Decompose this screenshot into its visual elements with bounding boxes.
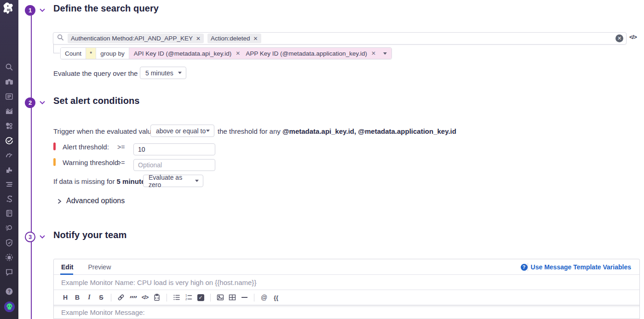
traces-icon[interactable] — [5, 194, 13, 203]
dropdown-value: 5 minutes — [145, 69, 173, 77]
group-by-tag[interactable]: API Key ID (@metadata.api_key.id)✕ — [134, 50, 246, 57]
apm-gauge-icon[interactable] — [5, 151, 13, 160]
monitor-create-page: ? 1 Define the search query Authenticati… — [0, 0, 644, 319]
alert-threshold-input[interactable] — [133, 143, 215, 155]
datadog-logo-icon[interactable] — [2, 1, 17, 16]
image-icon[interactable] — [217, 293, 224, 302]
section-title-define-query: Define the search query — [53, 3, 159, 14]
remove-filter-icon[interactable]: ✕ — [253, 35, 258, 42]
blockquote-icon[interactable]: ”” — [129, 293, 137, 302]
logs-icon[interactable] — [5, 180, 13, 188]
missing-data-dropdown[interactable]: Evaluate as zero — [143, 175, 203, 187]
code-block-icon[interactable] — [153, 293, 161, 302]
dashboards-icon[interactable] — [5, 92, 13, 101]
section-title-notify-team: Notify your team — [53, 230, 126, 240]
help-circle-icon: ? — [521, 264, 528, 271]
filter-label: Action:deleted — [211, 35, 250, 42]
query-filter-tag[interactable]: Authentication Method:API_AND_APP_KEY✕ — [68, 34, 204, 43]
chevron-down-icon[interactable] — [39, 233, 46, 240]
chevron-down-icon — [206, 130, 210, 132]
horizontal-rule-icon[interactable] — [241, 293, 248, 302]
chevron-down-icon — [178, 72, 182, 74]
chevron-down-icon[interactable] — [39, 99, 46, 106]
dropdown-value: Evaluate as zero — [149, 174, 195, 188]
chevron-down-icon[interactable] — [39, 6, 46, 14]
evaluate-window-dropdown[interactable]: 5 minutes — [140, 67, 186, 79]
trigger-condition-suffix: the threshold for any @metadata.api_key.… — [218, 127, 456, 135]
monitors-icon-active[interactable] — [5, 137, 13, 145]
help-icon[interactable]: ? — [5, 287, 13, 296]
threshold-for-any-text: the threshold for any — [218, 127, 281, 135]
group-by-connector — [53, 44, 60, 53]
svg-text:1: 1 — [185, 294, 187, 297]
remove-filter-icon[interactable]: ✕ — [196, 35, 201, 42]
chevron-right-icon[interactable] — [56, 198, 63, 205]
watchdog-insights-icon[interactable] — [5, 224, 13, 232]
checkbox-check: ✓ — [197, 294, 204, 301]
code-editor-toggle-icon[interactable]: </> — [629, 34, 637, 40]
link-icon[interactable] — [117, 293, 125, 302]
security-shield-icon[interactable] — [5, 239, 13, 247]
trigger-condition-prefix: Trigger when the evaluated value is — [53, 127, 162, 135]
clear-query-icon[interactable]: ✕ — [615, 34, 623, 42]
toolbar-divider — [254, 294, 254, 302]
tab-edit[interactable]: Edit — [61, 259, 73, 275]
missing-data-label: If data is missing for 5 minutes — [53, 177, 149, 185]
template-braces-icon[interactable]: {{ — [272, 293, 280, 302]
template-variables-link[interactable]: ? Use Message Template Variables — [521, 259, 631, 275]
search-icon — [57, 34, 64, 43]
search-icon[interactable] — [5, 63, 13, 71]
editor-tab-bar: Edit Preview ? Use Message Template Vari… — [54, 259, 639, 275]
warning-threshold-label: Warning threshold: — [63, 159, 120, 166]
alert-threshold-label: Alert threshold: — [63, 143, 109, 151]
remove-group-tag-icon[interactable]: ✕ — [371, 50, 376, 57]
filter-label: Authentication Method:API_AND_APP_KEY — [71, 35, 193, 42]
group-tag-label: APP Key ID (@metadata.application_key.id… — [246, 50, 367, 57]
chat-bubble-icon[interactable] — [5, 268, 13, 276]
message-placeholder: Example Monitor Message: — [61, 308, 145, 316]
remove-group-tag-icon[interactable]: ✕ — [236, 50, 240, 57]
tab-preview[interactable]: Preview — [88, 259, 111, 275]
monitor-name-input[interactable] — [54, 275, 639, 290]
chevron-down-icon — [195, 180, 199, 182]
integrations-icon[interactable] — [5, 166, 13, 174]
group-by-tag[interactable]: APP Key ID (@metadata.application_key.id… — [246, 50, 381, 57]
heading-icon[interactable]: H — [62, 293, 69, 302]
notebooks-icon[interactable] — [5, 209, 13, 217]
ordered-list-icon[interactable]: 12 — [185, 293, 193, 302]
step-3-badge: 3 — [25, 232, 35, 242]
aggregation-method[interactable]: Count — [61, 48, 86, 59]
dropdown-value: above or equal to — [156, 127, 206, 135]
editor-toolbar: H B I S ”” </> 12 ✓ @ {{ — [54, 290, 639, 305]
template-variables-label: Use Message Template Variables — [531, 263, 631, 271]
task-list-icon[interactable]: ✓ — [197, 293, 205, 302]
warning-threshold-input[interactable] — [133, 159, 215, 171]
user-avatar[interactable] — [4, 302, 15, 312]
search-query-bar[interactable]: Authentication Method:API_AND_APP_KEY✕ A… — [53, 32, 627, 45]
trigger-operator-dropdown[interactable]: above or equal to — [150, 125, 214, 137]
chevron-down-icon[interactable] — [383, 52, 387, 55]
monitor-message-textarea[interactable]: Example Monitor Message: — [54, 305, 639, 319]
query-filter-tag[interactable]: Action:deleted✕ — [207, 34, 261, 43]
threat-detection-icon[interactable] — [5, 253, 13, 262]
strikethrough-icon[interactable]: S — [98, 293, 105, 302]
table-icon[interactable] — [229, 293, 236, 302]
watchdog-binoculars-icon[interactable] — [5, 78, 13, 86]
aggregation-field[interactable]: * — [86, 48, 96, 59]
bold-icon[interactable]: B — [74, 293, 81, 302]
group-tag-label: API Key ID (@metadata.api_key.id) — [134, 50, 231, 57]
advanced-options-toggle[interactable]: Advanced options — [66, 197, 125, 205]
unordered-list-icon[interactable] — [173, 293, 181, 302]
metrics-icon[interactable] — [5, 107, 13, 115]
toolbar-divider — [111, 294, 111, 302]
section-title-alert-conditions: Set alert conditions — [53, 96, 140, 106]
step-rail-line — [31, 14, 32, 319]
italic-icon[interactable]: I — [86, 293, 93, 302]
infrastructure-icon[interactable] — [5, 122, 13, 130]
evaluate-window-label: Evaluate the query over the last — [53, 69, 150, 77]
mention-icon[interactable]: @ — [260, 293, 268, 302]
step-1-badge: 1 — [25, 5, 35, 16]
message-editor: Edit Preview ? Use Message Template Vari… — [53, 259, 640, 319]
inline-code-icon[interactable]: </> — [141, 293, 149, 302]
group-by-tags[interactable]: API Key ID (@metadata.api_key.id)✕ APP K… — [129, 48, 391, 59]
